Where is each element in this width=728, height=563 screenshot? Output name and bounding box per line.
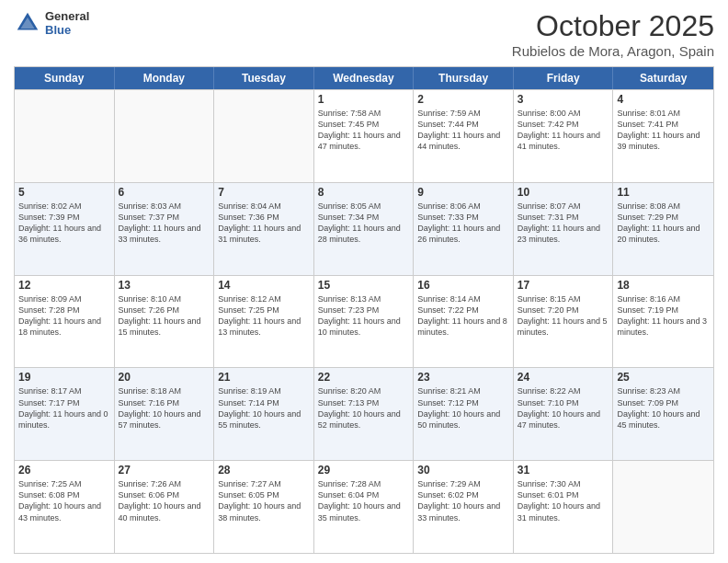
header-saturday: Saturday xyxy=(613,67,713,89)
calendar-body: 1Sunrise: 7:58 AM Sunset: 7:45 PM Daylig… xyxy=(15,89,713,553)
calendar: Sunday Monday Tuesday Wednesday Thursday… xyxy=(14,66,714,554)
cal-cell: 5Sunrise: 8:02 AM Sunset: 7:39 PM Daylig… xyxy=(15,183,115,275)
calendar-row-1: 1Sunrise: 7:58 AM Sunset: 7:45 PM Daylig… xyxy=(15,89,713,182)
header-monday: Monday xyxy=(115,67,215,89)
day-number: 21 xyxy=(218,371,310,384)
calendar-row-5: 26Sunrise: 7:25 AM Sunset: 6:08 PM Dayli… xyxy=(15,460,713,553)
cal-cell: 11Sunrise: 8:08 AM Sunset: 7:29 PM Dayli… xyxy=(613,183,713,275)
cal-cell: 23Sunrise: 8:21 AM Sunset: 7:12 PM Dayli… xyxy=(414,368,514,460)
cal-cell: 18Sunrise: 8:16 AM Sunset: 7:19 PM Dayli… xyxy=(613,276,713,368)
day-info: Sunrise: 8:20 AM Sunset: 7:13 PM Dayligh… xyxy=(318,385,410,431)
cal-cell: 20Sunrise: 8:18 AM Sunset: 7:16 PM Dayli… xyxy=(115,368,215,460)
day-number: 31 xyxy=(518,464,609,477)
cal-cell: 26Sunrise: 7:25 AM Sunset: 6:08 PM Dayli… xyxy=(15,461,115,553)
day-number: 13 xyxy=(119,279,210,292)
day-info: Sunrise: 8:15 AM Sunset: 7:20 PM Dayligh… xyxy=(518,293,609,339)
cal-cell: 7Sunrise: 8:04 AM Sunset: 7:36 PM Daylig… xyxy=(214,183,314,275)
title-block: October 2025 Rubielos de Mora, Aragon, S… xyxy=(512,9,714,59)
header: General Blue October 2025 Rubielos de Mo… xyxy=(14,9,714,59)
day-number: 1 xyxy=(318,93,410,106)
cal-cell: 31Sunrise: 7:30 AM Sunset: 6:01 PM Dayli… xyxy=(514,461,614,553)
cal-cell: 21Sunrise: 8:19 AM Sunset: 7:14 PM Dayli… xyxy=(214,368,314,460)
day-number: 17 xyxy=(518,279,609,292)
cal-cell: 13Sunrise: 8:10 AM Sunset: 7:26 PM Dayli… xyxy=(115,276,215,368)
day-number: 12 xyxy=(18,279,110,292)
day-number: 27 xyxy=(119,464,210,477)
cal-cell: 19Sunrise: 8:17 AM Sunset: 7:17 PM Dayli… xyxy=(15,368,115,460)
day-info: Sunrise: 8:05 AM Sunset: 7:34 PM Dayligh… xyxy=(318,201,410,246)
cal-cell: 22Sunrise: 8:20 AM Sunset: 7:13 PM Dayli… xyxy=(314,368,415,460)
cal-cell xyxy=(613,461,713,553)
day-info: Sunrise: 7:30 AM Sunset: 6:01 PM Dayligh… xyxy=(518,478,609,523)
calendar-page: General Blue October 2025 Rubielos de Mo… xyxy=(0,0,728,563)
cal-cell: 10Sunrise: 8:07 AM Sunset: 7:31 PM Dayli… xyxy=(514,183,614,275)
header-wednesday: Wednesday xyxy=(314,67,415,89)
day-info: Sunrise: 7:58 AM Sunset: 7:45 PM Dayligh… xyxy=(318,108,410,153)
day-number: 3 xyxy=(518,93,609,106)
day-info: Sunrise: 8:23 AM Sunset: 7:09 PM Dayligh… xyxy=(617,385,710,431)
logo-blue-text: Blue xyxy=(45,23,89,37)
logo: General Blue xyxy=(14,9,89,37)
day-number: 18 xyxy=(617,279,710,292)
header-thursday: Thursday xyxy=(414,67,514,89)
day-number: 9 xyxy=(417,186,509,199)
day-info: Sunrise: 8:10 AM Sunset: 7:26 PM Dayligh… xyxy=(119,293,210,339)
cal-cell: 29Sunrise: 7:28 AM Sunset: 6:04 PM Dayli… xyxy=(314,461,415,553)
day-info: Sunrise: 8:03 AM Sunset: 7:37 PM Dayligh… xyxy=(119,201,210,246)
day-info: Sunrise: 8:18 AM Sunset: 7:16 PM Dayligh… xyxy=(119,385,210,431)
header-sunday: Sunday xyxy=(15,67,115,89)
day-number: 25 xyxy=(617,371,710,384)
day-info: Sunrise: 7:25 AM Sunset: 6:08 PM Dayligh… xyxy=(18,478,110,523)
day-number: 11 xyxy=(617,186,710,199)
day-number: 5 xyxy=(18,186,110,199)
day-info: Sunrise: 8:19 AM Sunset: 7:14 PM Dayligh… xyxy=(218,385,310,431)
calendar-header: Sunday Monday Tuesday Wednesday Thursday… xyxy=(15,67,713,89)
day-info: Sunrise: 7:28 AM Sunset: 6:04 PM Dayligh… xyxy=(318,478,410,523)
cal-cell: 25Sunrise: 8:23 AM Sunset: 7:09 PM Dayli… xyxy=(613,368,713,460)
day-info: Sunrise: 8:21 AM Sunset: 7:12 PM Dayligh… xyxy=(417,385,509,431)
cal-cell: 1Sunrise: 7:58 AM Sunset: 7:45 PM Daylig… xyxy=(314,90,415,182)
day-info: Sunrise: 8:16 AM Sunset: 7:19 PM Dayligh… xyxy=(617,293,710,339)
cal-cell: 12Sunrise: 8:09 AM Sunset: 7:28 PM Dayli… xyxy=(15,276,115,368)
day-info: Sunrise: 8:06 AM Sunset: 7:33 PM Dayligh… xyxy=(417,201,509,246)
day-info: Sunrise: 8:02 AM Sunset: 7:39 PM Dayligh… xyxy=(18,201,110,246)
cal-cell: 28Sunrise: 7:27 AM Sunset: 6:05 PM Dayli… xyxy=(214,461,314,553)
day-number: 19 xyxy=(18,371,110,384)
day-number: 4 xyxy=(617,93,710,106)
day-number: 7 xyxy=(218,186,310,199)
logo-general-text: General xyxy=(45,9,89,23)
calendar-row-3: 12Sunrise: 8:09 AM Sunset: 7:28 PM Dayli… xyxy=(15,275,713,368)
day-info: Sunrise: 8:04 AM Sunset: 7:36 PM Dayligh… xyxy=(218,201,310,246)
day-number: 16 xyxy=(417,279,509,292)
cal-cell: 6Sunrise: 8:03 AM Sunset: 7:37 PM Daylig… xyxy=(115,183,215,275)
day-info: Sunrise: 8:22 AM Sunset: 7:10 PM Dayligh… xyxy=(518,385,609,431)
header-friday: Friday xyxy=(514,67,614,89)
day-number: 20 xyxy=(119,371,210,384)
day-info: Sunrise: 8:12 AM Sunset: 7:25 PM Dayligh… xyxy=(218,293,310,339)
calendar-row-2: 5Sunrise: 8:02 AM Sunset: 7:39 PM Daylig… xyxy=(15,182,713,275)
cal-cell: 15Sunrise: 8:13 AM Sunset: 7:23 PM Dayli… xyxy=(314,276,415,368)
day-number: 24 xyxy=(518,371,609,384)
cal-cell: 17Sunrise: 8:15 AM Sunset: 7:20 PM Dayli… xyxy=(514,276,614,368)
cal-cell: 16Sunrise: 8:14 AM Sunset: 7:22 PM Dayli… xyxy=(414,276,514,368)
day-number: 29 xyxy=(318,464,410,477)
cal-cell xyxy=(15,90,115,182)
cal-cell: 30Sunrise: 7:29 AM Sunset: 6:02 PM Dayli… xyxy=(414,461,514,553)
day-number: 8 xyxy=(318,186,410,199)
day-info: Sunrise: 8:14 AM Sunset: 7:22 PM Dayligh… xyxy=(417,293,509,339)
cal-cell: 27Sunrise: 7:26 AM Sunset: 6:06 PM Dayli… xyxy=(115,461,215,553)
day-number: 30 xyxy=(417,464,509,477)
day-info: Sunrise: 7:29 AM Sunset: 6:02 PM Dayligh… xyxy=(417,478,509,523)
day-info: Sunrise: 8:07 AM Sunset: 7:31 PM Dayligh… xyxy=(518,201,609,246)
day-info: Sunrise: 8:09 AM Sunset: 7:28 PM Dayligh… xyxy=(18,293,110,339)
day-info: Sunrise: 8:08 AM Sunset: 7:29 PM Dayligh… xyxy=(617,201,710,246)
day-number: 10 xyxy=(518,186,609,199)
day-number: 14 xyxy=(218,279,310,292)
month-title: October 2025 xyxy=(512,9,714,43)
day-number: 26 xyxy=(18,464,110,477)
cal-cell xyxy=(115,90,215,182)
cal-cell: 3Sunrise: 8:00 AM Sunset: 7:42 PM Daylig… xyxy=(514,90,614,182)
day-info: Sunrise: 7:26 AM Sunset: 6:06 PM Dayligh… xyxy=(119,478,210,523)
header-tuesday: Tuesday xyxy=(214,67,314,89)
day-number: 22 xyxy=(318,371,410,384)
